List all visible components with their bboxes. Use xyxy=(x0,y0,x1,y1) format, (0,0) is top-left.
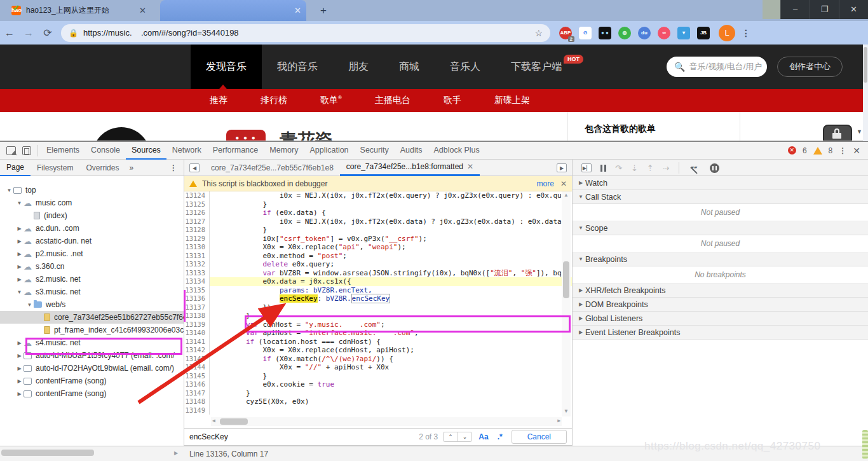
line-number[interactable]: 13136 xyxy=(184,294,210,303)
chevron-right-icon[interactable]: ▶ xyxy=(15,340,24,346)
devtools-tab-audits[interactable]: Audits xyxy=(395,142,428,160)
reload-button[interactable]: ⟳ xyxy=(38,27,57,39)
tree-item[interactable]: ▶auto-id-i7O2HAyOtL9bwiaL (email. com/) xyxy=(0,362,184,375)
scroll-right-icon[interactable]: ▶ xyxy=(557,418,560,423)
chevron-right-icon[interactable]: ▶ xyxy=(15,238,24,244)
line-number[interactable]: 13144 xyxy=(184,363,210,372)
editor-vertical-scrollbar[interactable]: ▲ ▼ xyxy=(562,191,571,416)
idm-downloader-icon[interactable]: ◍ xyxy=(618,27,631,39)
devtools-close-icon[interactable]: ✕ xyxy=(853,146,860,156)
chevron-right-icon[interactable]: ▶ xyxy=(15,378,24,384)
browser-tab-active[interactable]: ✕ xyxy=(160,0,306,21)
window-close-button[interactable]: ✕ xyxy=(839,0,868,19)
subnav-item[interactable]: 新碟上架 xyxy=(494,95,530,106)
scroll-down-icon[interactable]: ▼ xyxy=(562,408,571,414)
chevron-down-icon[interactable]: ▼ xyxy=(15,289,24,295)
devtools-tab-network[interactable]: Network xyxy=(166,142,207,160)
chevron-down-icon[interactable]: ▼ xyxy=(15,200,24,206)
editor-tab-nav-right-icon[interactable]: ▶ xyxy=(557,163,567,172)
line-number[interactable]: 13138 xyxy=(184,312,210,320)
tree-item[interactable]: ▼☁s3.music. net xyxy=(0,286,184,298)
line-number[interactable]: 13130 xyxy=(184,243,210,252)
tree-item[interactable]: core_7a734ef25ee51b62727eb55c7f6eb xyxy=(0,311,184,324)
tree-item[interactable]: ▼web/s xyxy=(0,298,184,311)
section-event-listener-breakpoints[interactable]: ▶Event Listener Breakpoints xyxy=(573,326,868,340)
address-bar[interactable]: 🔒 https://music. .com/#/song?id=35440198… xyxy=(61,24,550,42)
tree-item[interactable]: (index) xyxy=(0,209,184,222)
chevron-right-icon[interactable]: ▶ xyxy=(15,226,24,231)
chevron-right-icon[interactable]: ▶ xyxy=(15,353,24,359)
line-number[interactable]: 13129 xyxy=(184,235,210,244)
line-number[interactable]: 13133 xyxy=(184,269,210,278)
sidebar-tabs-overflow-icon[interactable]: » xyxy=(125,163,137,172)
site-nav-item[interactable]: 发现音乐 xyxy=(191,45,262,89)
tampermonkey-icon[interactable]: ● ● xyxy=(599,27,611,39)
line-number[interactable]: 13135 xyxy=(184,286,210,295)
window-restore-button[interactable]: ❐ xyxy=(810,0,839,19)
line-number[interactable]: 13125 xyxy=(184,200,210,209)
step-over-icon[interactable]: ↷ xyxy=(615,163,622,173)
device-toolbar-icon[interactable] xyxy=(22,146,31,155)
previous-match-icon[interactable]: ⌃ xyxy=(444,432,458,441)
warning-badge-icon[interactable] xyxy=(813,147,822,155)
deactivate-breakpoints-icon[interactable] xyxy=(691,164,701,172)
step-into-icon[interactable]: ⇣ xyxy=(631,163,638,173)
line-number[interactable]: 13126 xyxy=(184,209,210,217)
line-number[interactable]: 13145 xyxy=(184,372,210,381)
subnav-item[interactable]: 推荐 xyxy=(210,95,227,106)
forward-button[interactable]: → xyxy=(19,27,38,39)
site-nav-item[interactable]: 下载客户端HOT xyxy=(496,45,577,89)
baidu-icon[interactable]: du xyxy=(638,27,651,39)
devtools-tab-adblock-plus[interactable]: Adblock Plus xyxy=(428,142,485,160)
url-text[interactable]: https://music. .com/#/song?id=35440198 xyxy=(83,28,534,38)
chevron-down-icon[interactable]: ▼ xyxy=(5,188,13,193)
line-number[interactable]: 13142 xyxy=(184,346,210,355)
devtools-menu-icon[interactable]: ⋮ xyxy=(839,146,846,155)
player-caret-icon[interactable]: ▼ xyxy=(857,128,862,135)
editor-tab-core-formatted[interactable]: core_7a734ef25e...b1e8:formatted✕ xyxy=(340,160,480,176)
subnav-item[interactable]: 排行榜 xyxy=(261,95,287,106)
toggle-drawer-icon[interactable]: ▶▏ xyxy=(581,163,592,172)
section-xhr-fetch-breakpoints[interactable]: ▶XHR/fetch Breakpoints xyxy=(573,284,868,298)
banner-more-link[interactable]: more xyxy=(537,179,554,188)
search-input[interactable] xyxy=(184,432,419,441)
profile-avatar[interactable]: L xyxy=(719,25,735,41)
tree-item[interactable]: ▼☁music com xyxy=(0,196,184,209)
browser-tab-hao123[interactable]: hao hao123_上网从这里开始 ✕ xyxy=(5,0,158,21)
tab-close-icon[interactable]: ✕ xyxy=(134,6,151,15)
line-number[interactable]: 13131 xyxy=(184,252,210,261)
scroll-right-icon[interactable]: ▶ xyxy=(174,450,178,456)
line-number[interactable]: 13124 xyxy=(184,191,210,200)
tree-item[interactable]: ▶☁ac.dun. .com xyxy=(0,222,184,235)
devtools-tab-application[interactable]: Application xyxy=(304,142,354,160)
line-number[interactable]: 13134 xyxy=(184,277,210,286)
chevron-right-icon[interactable]: ▶ xyxy=(15,366,24,371)
creator-center-button[interactable]: 创作者中心 xyxy=(777,57,843,77)
scroll-up-icon[interactable]: ▲ xyxy=(562,192,571,198)
line-number[interactable]: 13128 xyxy=(184,226,210,235)
section-watch[interactable]: ▶Watch xyxy=(573,176,868,190)
devtools-tab-sources[interactable]: Sources xyxy=(126,142,166,160)
tree-item[interactable]: ▶contentFrame (song) xyxy=(0,387,184,400)
chevron-right-icon[interactable]: ▶ xyxy=(15,251,24,257)
player-lock-icon[interactable] xyxy=(823,125,852,141)
line-number[interactable]: 13148 xyxy=(184,397,210,406)
window-minimize-button[interactable]: – xyxy=(780,0,810,19)
site-nav-item[interactable]: 商城 xyxy=(384,45,435,89)
chevron-down-icon[interactable]: ▼ xyxy=(25,302,34,308)
scrollbar-thumb[interactable] xyxy=(563,261,569,298)
line-number[interactable]: 13149 xyxy=(184,406,210,415)
tree-item[interactable]: ▶contentFrame (song) xyxy=(0,375,184,387)
editor-horizontal-scrollbar[interactable]: ◀ ▶ xyxy=(211,417,562,426)
jetbrains-icon[interactable]: JB xyxy=(697,27,710,39)
section-scope[interactable]: ▼Scope xyxy=(573,221,868,235)
line-number[interactable]: 13132 xyxy=(184,260,210,269)
section-global-listeners[interactable]: ▶Global Listeners xyxy=(573,312,868,326)
devtools-tab-memory[interactable]: Memory xyxy=(264,142,304,160)
section-dom-breakpoints[interactable]: ▶DOM Breakpoints xyxy=(573,298,868,312)
tree-item[interactable]: ▶☁p2.music. .net xyxy=(0,247,184,260)
scroll-left-icon[interactable]: ◀ xyxy=(212,418,215,423)
site-nav-item[interactable]: 音乐人 xyxy=(435,45,496,89)
inspect-element-icon[interactable] xyxy=(6,146,16,155)
editor-tab-core[interactable]: core_7a734ef25e...7eb55c7f6eb1e8 xyxy=(205,161,340,175)
